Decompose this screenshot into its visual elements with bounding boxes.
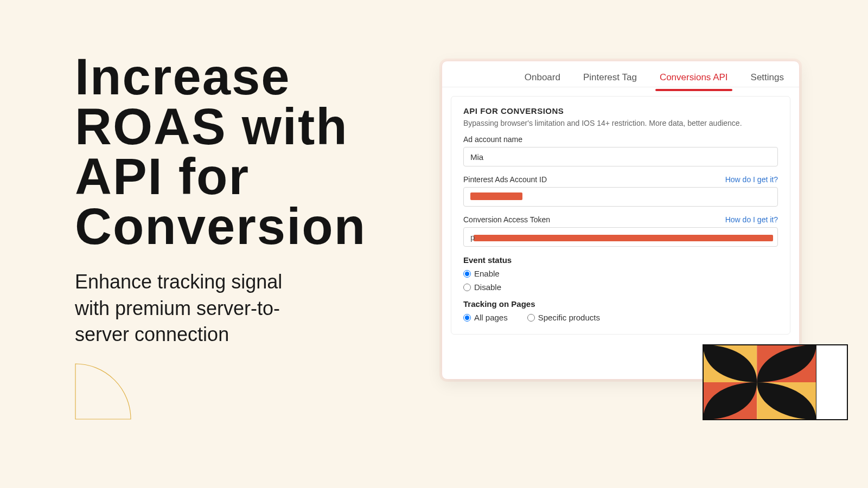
access-token-help-link[interactable]: How do I get it? (725, 215, 778, 224)
event-status-disable-radio[interactable] (463, 284, 471, 291)
event-status-disable[interactable]: Disable (463, 282, 778, 292)
tracking-all-pages[interactable]: All pages (463, 313, 508, 322)
event-status-label: Event status (463, 255, 778, 265)
tracking-all-pages-radio[interactable] (463, 314, 471, 322)
hero-subtitle: Enhance tracking signal with premium ser… (75, 269, 308, 348)
ad-account-name-label: Ad account name (463, 135, 778, 144)
tab-settings[interactable]: Settings (750, 69, 785, 91)
tab-pinterest-tag[interactable]: Pinterest Tag (582, 69, 638, 91)
hero-title: Increase ROAS with API for Conversion (75, 52, 406, 252)
event-status-disable-text: Disable (474, 282, 501, 292)
ads-account-id-label: Pinterest Ads Account ID (463, 175, 547, 184)
tracking-pages-label: Tracking on Pages (463, 299, 778, 309)
ad-account-name-field[interactable] (470, 147, 771, 166)
decorative-quarter-circle (75, 363, 131, 420)
ad-account-name-input[interactable] (463, 147, 778, 166)
tab-onboard[interactable]: Onboard (524, 69, 561, 91)
redacted-access-token (474, 235, 773, 241)
card-subtitle: Bypassing browser's limitation and IOS 1… (463, 119, 778, 127)
event-status-enable-radio[interactable] (463, 270, 471, 278)
tracking-specific-products-text: Specific products (538, 313, 600, 322)
redacted-ads-id (470, 192, 522, 200)
ads-account-id-input[interactable] (463, 187, 778, 207)
tracking-specific-products[interactable]: Specific products (527, 313, 600, 322)
tracking-specific-products-radio[interactable] (527, 314, 535, 322)
conversions-card: API FOR CONVERSIONS Bypassing browser's … (451, 96, 790, 335)
access-token-input[interactable]: p (463, 227, 778, 247)
ads-account-id-help-link[interactable]: How do I get it? (725, 175, 778, 184)
decorative-tiles (703, 344, 848, 420)
event-status-enable[interactable]: Enable (463, 269, 778, 278)
access-token-label: Conversion Access Token (463, 215, 550, 224)
tab-conversions-api[interactable]: Conversions API (659, 69, 729, 91)
app-panel: Onboard Pinterest Tag Conversions API Se… (442, 61, 800, 380)
card-title: API FOR CONVERSIONS (463, 106, 778, 115)
tab-bar: Onboard Pinterest Tag Conversions API Se… (442, 61, 799, 87)
tracking-all-pages-text: All pages (474, 313, 508, 322)
event-status-enable-text: Enable (474, 269, 500, 278)
